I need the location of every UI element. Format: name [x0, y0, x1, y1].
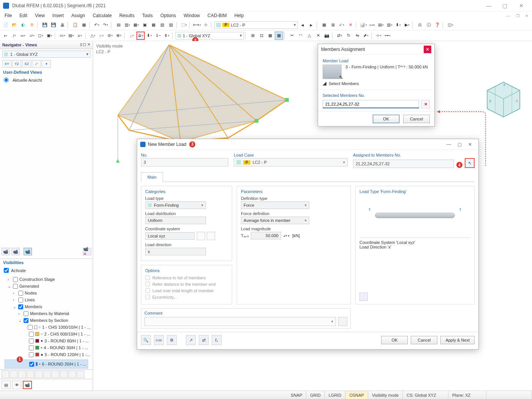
cam3-icon[interactable]: 📹 [24, 248, 32, 255]
tb2-lineload-icon[interactable]: ⬇ [145, 32, 154, 40]
tb2-memberload-icon[interactable]: ⇊ [136, 32, 145, 40]
axis-yz-button[interactable]: YZ [12, 60, 21, 68]
tb-tables-icon[interactable]: ▤ [114, 21, 123, 29]
nav-foot-cam-icon[interactable]: 📹 [23, 381, 32, 389]
b3[interactable] [18, 370, 26, 378]
tb2-dim2-icon[interactable]: △ [305, 32, 314, 40]
section-4[interactable]: 4 - ROUND 30/H | 1 - ... [44, 344, 88, 351]
cam1-icon[interactable]: 📹 [2, 248, 10, 255]
def-type-select[interactable]: Force [241, 201, 309, 209]
tb-grid3-icon[interactable]: ▧ [158, 21, 166, 29]
nml-assigned-field[interactable]: 21,22,24,25,27-32 [353, 160, 454, 168]
tb2-rotate-icon[interactable]: ↻ [344, 32, 353, 40]
menu-results[interactable]: Results [116, 12, 138, 19]
tb-check-icon[interactable]: ✓ [337, 21, 346, 29]
nml-cancel-button[interactable]: Cancel [411, 336, 437, 344]
tb2-split-icon[interactable]: ⊹ [375, 32, 383, 40]
tb-render-icon[interactable]: ◫ [446, 21, 454, 29]
ma-titlebar[interactable]: Members Assignment ✕ [318, 44, 434, 55]
nml-tab-main[interactable]: Main [141, 172, 163, 182]
tb-redo-icon[interactable]: ↷ [101, 21, 110, 29]
nml-ok-button[interactable]: OK [381, 336, 408, 344]
tb2-member-icon[interactable]: ═ [19, 32, 27, 40]
foot-tool2-icon[interactable]: ↗ [186, 335, 196, 345]
mdi-restore[interactable]: ❐ [514, 14, 522, 18]
udv-current[interactable]: Aktuelle Ansicht [0, 76, 93, 84]
tb-scale-icon[interactable]: ⬍ [394, 21, 402, 29]
tb-calc-icon[interactable]: ▦ [320, 21, 328, 29]
menu-view[interactable]: View [32, 12, 48, 19]
activate-row[interactable]: Activate [0, 266, 93, 274]
foot-search-icon[interactable]: 🔍 [141, 335, 151, 345]
tb-nav-icon[interactable]: ▥ [123, 21, 131, 29]
tb2-work4-icon[interactable]: ▩ [275, 32, 283, 40]
preview-tool-icon[interactable] [359, 293, 368, 301]
menu-edit[interactable]: Edit [16, 12, 30, 19]
section-1[interactable]: 1 - CHS 1000/10/H | 1 - ... [42, 324, 90, 331]
foot-tool3-icon[interactable]: ⇄ [199, 335, 209, 345]
tb2-extrude-icon[interactable]: ⬈ [362, 32, 370, 40]
tb-grid4-icon[interactable]: ▨ [167, 21, 175, 29]
tb2-nodeload-icon[interactable]: ↓ [128, 32, 136, 40]
load-dir-field[interactable]: x [145, 248, 206, 255]
mdi-minimize[interactable]: — [504, 14, 513, 18]
tb-support-icon[interactable]: ❓ [433, 21, 442, 29]
menu-insert[interactable]: Insert [49, 12, 67, 19]
foot-fx-icon[interactable]: fₓ [212, 335, 222, 345]
tb2-imposed-icon[interactable]: ⇟ [163, 32, 171, 40]
tb-anim-icon[interactable]: ▶ [403, 21, 411, 29]
tb-snap-icon[interactable]: ⊹ [201, 21, 210, 29]
tb-filter-icon[interactable]: ▤ [377, 21, 385, 29]
tb-mesh-icon[interactable]: ⊞ [329, 21, 337, 29]
axis-xz-button[interactable]: XZ [22, 60, 31, 68]
navigator-controls[interactable]: ▯ ▢ ✕ [80, 43, 90, 47]
tree-members[interactable]: Members [25, 303, 42, 310]
section-3[interactable]: 3 - ROUND 80/H | 1 - ... [44, 337, 89, 344]
tb-sel-icon[interactable]: ⬚ [180, 21, 188, 29]
nml-pick-members-button[interactable]: ↖ [465, 158, 475, 168]
tb-lc-next-icon[interactable]: ► [307, 21, 315, 29]
tb2-text-icon[interactable]: ✕ [314, 32, 322, 40]
cam-delete-icon[interactable]: 📹✕ [83, 248, 91, 255]
load-case-selector[interactable]: P LC2 - P ▾ [214, 21, 298, 29]
menu-options[interactable]: Options [157, 12, 179, 19]
nav-coord-select[interactable]: 1 - Global XYZ ▾ [2, 51, 90, 58]
status-lgrid[interactable]: LGRID [325, 391, 346, 399]
section-2[interactable]: 2 - CHS 600/10/H | 1 - ... [44, 331, 90, 337]
tb2-move-icon[interactable]: ⇄ [336, 32, 344, 40]
tb-dim-icon[interactable]: ⟷ [193, 21, 201, 29]
maximize-button[interactable]: ▢ [497, 3, 513, 9]
b2[interactable] [10, 370, 17, 378]
status-snap[interactable]: SNAP [287, 391, 306, 399]
tb-model-icon[interactable]: ▦ [80, 21, 88, 29]
tb2-node-icon[interactable]: • [2, 32, 10, 40]
tb-manager-icon[interactable]: ⚙ [28, 21, 36, 29]
tb2-camera-icon[interactable]: 📷 [323, 32, 331, 40]
nav-foot-eye-icon[interactable]: 👁 [12, 381, 21, 389]
ma-selected-input[interactable] [323, 100, 419, 108]
status-vis[interactable]: Visibility mode [368, 391, 403, 399]
close-button[interactable]: ✕ [514, 3, 529, 9]
tb2-line-icon[interactable]: / [10, 32, 19, 40]
ma-close-button[interactable]: ✕ [424, 46, 431, 53]
tb-open-icon[interactable]: 📂 [10, 21, 19, 29]
tb-new-icon[interactable]: 📄 [2, 21, 10, 29]
tb-print-icon[interactable]: 🖶 [58, 21, 66, 29]
ma-clear-button[interactable]: ✕ [421, 100, 430, 108]
load-type-select[interactable]: Form-Finding [145, 201, 206, 209]
menu-help[interactable]: Help [231, 12, 247, 19]
tb2-hinge-icon[interactable]: ○ [97, 32, 106, 40]
menu-file[interactable]: File [2, 12, 15, 19]
tb-results-icon[interactable]: 📊 [359, 21, 367, 29]
cam2-icon[interactable]: 📹 [11, 248, 20, 255]
comment-button[interactable] [338, 317, 347, 326]
tb-grid2-icon[interactable]: ▦ [149, 21, 158, 29]
coord-system-field[interactable]: Local xyz [145, 232, 195, 240]
b6[interactable] [43, 370, 51, 378]
tree-nodes[interactable]: Nodes [25, 290, 37, 296]
nml-maximize[interactable]: ▢ [454, 142, 465, 147]
axis-iso-button[interactable]: ⤢ [32, 60, 41, 68]
tree-members-section[interactable]: Members by Section [30, 317, 68, 324]
b9[interactable] [68, 370, 76, 378]
b4[interactable] [27, 370, 34, 378]
